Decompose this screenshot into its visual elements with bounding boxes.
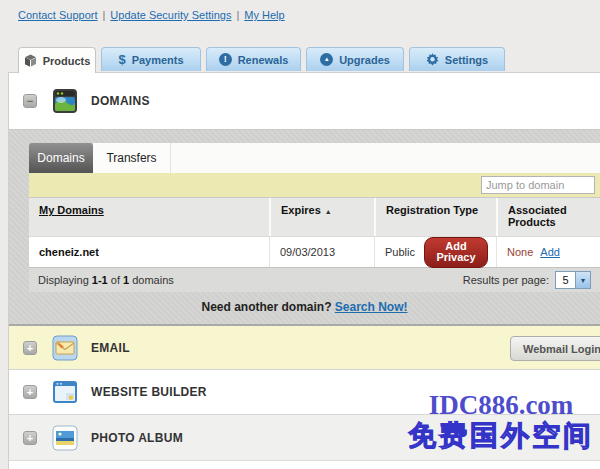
tab-products[interactable]: Products (18, 47, 96, 73)
add-product-link[interactable]: Add (540, 246, 560, 258)
photo-album-section-header[interactable]: + PHOTO ALBUM (9, 415, 600, 461)
tab-upgrades[interactable]: ▲ Upgrades (306, 47, 404, 71)
tab-label: Renewals (238, 54, 289, 66)
expand-icon[interactable]: + (23, 431, 37, 445)
domain-search-prompt: Need another domain? Search Now! (9, 300, 600, 314)
chevron-down-icon: ▼ (575, 272, 590, 288)
link-separator: | (103, 9, 106, 21)
results-per-page: Results per page: 5 ▼ (463, 271, 591, 289)
search-now-link[interactable]: Search Now! (335, 300, 408, 314)
pagination-bar: Displaying 1-1 of 1 domains Results per … (29, 267, 600, 292)
website-builder-section-header[interactable]: + WEBSITE BUILDER (9, 370, 600, 415)
email-icon (52, 335, 78, 361)
domains-table: My Domains Expires▲ Registration Type As… (29, 197, 600, 267)
exclamation-circle-icon: ! (219, 53, 232, 66)
column-associated-products: Associated Products (496, 198, 600, 236)
cube-icon (24, 54, 37, 67)
website-builder-icon (52, 379, 78, 405)
webmail-login-button[interactable]: Webmail Login (510, 336, 600, 361)
tab-label: Payments (132, 54, 184, 66)
expires-cell: 09/03/2013 (269, 237, 374, 267)
photo-album-icon (52, 425, 78, 451)
range-value: 1-1 (92, 274, 108, 286)
main-tabbar: Products $ Payments ! Renewals ▲ Upgrade… (18, 47, 505, 72)
column-registration-type: Registration Type (374, 198, 496, 236)
selected-value: 5 (556, 274, 575, 286)
add-privacy-button[interactable]: Add Privacy (424, 237, 488, 268)
sort-asc-icon: ▲ (325, 208, 332, 215)
domain-filter-bar (29, 173, 600, 197)
table-row: cheneiz.net 09/03/2013 Public Add Privac… (29, 236, 600, 267)
tab-renewals[interactable]: ! Renewals (206, 47, 301, 71)
associated-products-cell: None Add (496, 237, 600, 267)
collapse-icon[interactable]: − (23, 94, 37, 108)
up-arrow-circle-icon: ▲ (320, 53, 333, 66)
subtab-filler (171, 143, 600, 173)
domains-subtabs: Domains Transfers (29, 130, 600, 173)
associated-products-value: None (507, 246, 533, 258)
domains-section-body: Domains Transfers My Domains Expires▲ Re… (9, 130, 600, 326)
email-section-title: EMAIL (91, 341, 130, 355)
jump-to-domain-input[interactable] (481, 176, 595, 194)
domain-cell: cheneiz.net (29, 246, 269, 258)
main-panel: − DOMAINS Domains Transfers My Domains (8, 72, 600, 469)
domains-section-header[interactable]: − DOMAINS (9, 73, 600, 130)
tab-label: Upgrades (339, 54, 390, 66)
domain-name: cheneiz.net (39, 246, 99, 258)
results-per-page-label: Results per page: (463, 274, 549, 286)
domains-section-title: DOMAINS (91, 94, 150, 108)
expand-icon[interactable]: + (23, 341, 37, 355)
tab-payments[interactable]: $ Payments (101, 47, 201, 71)
domains-table-header: My Domains Expires▲ Registration Type As… (29, 198, 600, 236)
update-security-settings-link[interactable]: Update Security Settings (110, 9, 231, 21)
column-expires[interactable]: Expires▲ (269, 198, 374, 236)
expand-icon[interactable]: + (23, 385, 37, 399)
link-separator: | (236, 9, 239, 21)
subtab-domains[interactable]: Domains (29, 143, 93, 173)
domains-icon (52, 88, 78, 114)
photo-album-section-title: PHOTO ALBUM (91, 431, 183, 445)
dollar-icon: $ (118, 53, 125, 66)
top-links-bar: Contact Support|Update Security Settings… (18, 9, 285, 21)
gear-icon (426, 53, 439, 66)
registration-type-value: Public (385, 246, 415, 258)
subtab-transfers[interactable]: Transfers (93, 143, 171, 173)
contact-support-link[interactable]: Contact Support (18, 9, 98, 21)
tab-label: Settings (445, 54, 488, 66)
tab-settings[interactable]: Settings (409, 47, 505, 71)
my-help-link[interactable]: My Help (244, 9, 284, 21)
email-section-header[interactable]: + EMAIL Webmail Login (9, 326, 600, 370)
website-builder-section-title: WEBSITE BUILDER (91, 385, 207, 399)
total-value: 1 (123, 274, 129, 286)
results-per-page-select[interactable]: 5 ▼ (555, 271, 591, 289)
tab-label: Products (43, 55, 91, 67)
displaying-text: Displaying 1-1 of 1 domains (38, 274, 174, 286)
column-my-domains[interactable]: My Domains (29, 198, 269, 236)
registration-type-cell: Public Add Privacy (374, 237, 496, 267)
